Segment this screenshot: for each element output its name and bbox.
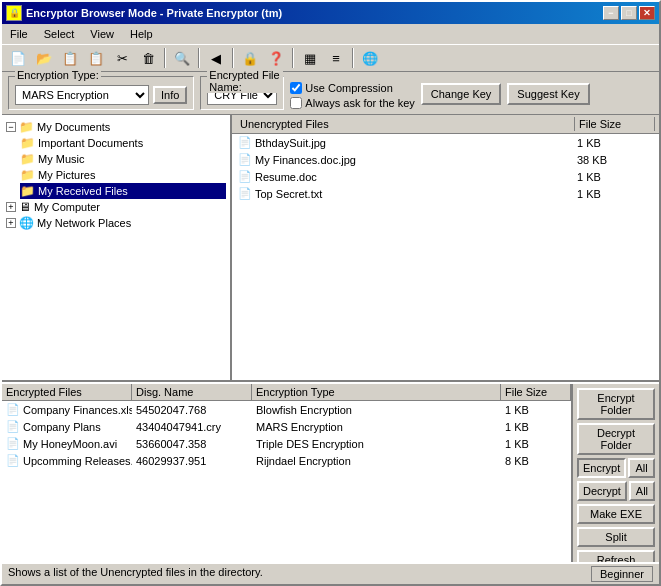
toolbar-search-button[interactable]: 🔍 (170, 47, 194, 69)
menu-view[interactable]: View (86, 26, 118, 42)
folder-icon-my-pictures: 📁 (20, 168, 35, 182)
use-compression-row: Use Compression (290, 82, 414, 94)
toolbar-delete-button[interactable]: 🗑 (136, 47, 160, 69)
enc-row-1[interactable]: 📄 Company Plans 43404047941.cry MARS Enc… (2, 418, 571, 435)
use-compression-checkbox[interactable] (290, 82, 302, 94)
my-documents-children: 📁 Important Documents 📁 My Music 📁 My Pi… (20, 135, 226, 199)
menu-select[interactable]: Select (40, 26, 79, 42)
decrypt-folder-button[interactable]: Decrypt Folder (577, 423, 655, 455)
expand-my-documents[interactable]: − (6, 122, 16, 132)
toolbar-encrypt-button[interactable]: 🔒 (238, 47, 262, 69)
file-row-3[interactable]: 📄 Top Secret.txt 1 KB (232, 185, 659, 202)
encrypt-all-button[interactable]: All (628, 458, 655, 478)
enc-col-type: Encryption Type (252, 384, 501, 400)
status-level: Beginner (591, 566, 653, 582)
tree-item-network[interactable]: + 🌐 My Network Places (6, 215, 226, 231)
file-name-group: Encrypted File Name: CRY File (200, 76, 284, 110)
enc-type-2: Triple DES Encryption (252, 435, 501, 452)
enc-type-0: Blowfish Encryption (252, 401, 501, 418)
toolbar-new-button[interactable]: 📄 (6, 47, 30, 69)
folder-icon-my-computer: 🖥 (19, 200, 31, 214)
tree-item-my-documents[interactable]: − 📁 My Documents (6, 119, 226, 135)
decrypt-all-button[interactable]: All (629, 481, 655, 501)
maximize-button[interactable]: □ (621, 6, 637, 20)
file-size-3: 1 KB (575, 186, 655, 201)
tree-item-my-computer[interactable]: + 🖥 My Computer (6, 199, 226, 215)
encrypted-header: Encrypted Files Disg. Name Encryption Ty… (2, 384, 571, 401)
window-controls: − □ ✕ (603, 6, 655, 20)
split-button[interactable]: Split (577, 527, 655, 547)
minimize-button[interactable]: − (603, 6, 619, 20)
toolbar-copy-button[interactable]: 📋 (58, 47, 82, 69)
enc-row-0[interactable]: 📄 Company Finances.xls 54502047.768 Blow… (2, 401, 571, 418)
decrypt-button[interactable]: Decrypt (577, 481, 627, 501)
refresh-button[interactable]: Refresh (577, 550, 655, 562)
enc-col-disg: Disg. Name (132, 384, 252, 400)
toolbar-browser-button[interactable]: 🌐 (358, 47, 382, 69)
tree-label-my-documents: My Documents (37, 121, 110, 133)
encryption-type-inner: MARS Encryption Blowfish Encryption Trip… (15, 85, 187, 105)
enc-size-0: 1 KB (501, 401, 571, 418)
enc-disg-2: 53660047.358 (132, 435, 252, 452)
toolbar-back-button[interactable]: ◀ (204, 47, 228, 69)
enc-type-1: MARS Encryption (252, 418, 501, 435)
file-icon-1: 📄 (238, 153, 252, 166)
encrypt-folder-button[interactable]: Encrypt Folder (577, 388, 655, 420)
main-window: 🔒 Encryptor Browser Mode - Private Encry… (0, 0, 661, 586)
folder-icon-network: 🌐 (19, 216, 34, 230)
file-name-label: Encrypted File Name: (207, 69, 283, 93)
folder-icon-my-music: 📁 (20, 152, 35, 166)
toolbar-cut-button[interactable]: ✂ (110, 47, 134, 69)
enc-row-2[interactable]: 📄 My HoneyMoon.avi 53660047.358 Triple D… (2, 435, 571, 452)
decrypt-row: Decrypt All (577, 481, 655, 501)
tree-item-my-music[interactable]: 📁 My Music (20, 151, 226, 167)
file-name-3: 📄 Top Secret.txt (236, 186, 575, 201)
unencrypted-files-header: Unencrypted Files (236, 117, 575, 131)
main-area: − 📁 My Documents 📁 Important Documents 📁… (2, 115, 659, 562)
enc-name-1: 📄 Company Plans (2, 418, 132, 435)
tree-item-important-docs[interactable]: 📁 Important Documents (20, 135, 226, 151)
toolbar-separator-3 (232, 48, 234, 68)
enc-size-1: 1 KB (501, 418, 571, 435)
toolbar-open-button[interactable]: 📂 (32, 47, 56, 69)
suggest-key-button[interactable]: Suggest Key (507, 83, 589, 105)
folder-icon-my-documents: 📁 (19, 120, 34, 134)
encryption-type-select[interactable]: MARS Encryption Blowfish Encryption Trip… (15, 85, 149, 105)
toolbar-list-button[interactable]: ≡ (324, 47, 348, 69)
file-size-0: 1 KB (575, 135, 655, 150)
info-button[interactable]: Info (153, 86, 187, 104)
options-bar: Encryption Type: MARS Encryption Blowfis… (2, 72, 659, 115)
toolbar-copy2-button[interactable]: 📋 (84, 47, 108, 69)
always-ask-row: Always ask for the key (290, 97, 414, 109)
tree-label-my-computer: My Computer (34, 201, 100, 213)
expand-my-computer[interactable]: + (6, 202, 16, 212)
encryption-type-group: Encryption Type: MARS Encryption Blowfis… (8, 76, 194, 110)
always-ask-checkbox[interactable] (290, 97, 302, 109)
menu-file[interactable]: File (6, 26, 32, 42)
encrypt-button[interactable]: Encrypt (577, 458, 626, 478)
encryption-type-label: Encryption Type: (15, 69, 101, 81)
change-key-button[interactable]: Change Key (421, 83, 502, 105)
file-icon-2: 📄 (238, 170, 252, 183)
toolbar-help-button[interactable]: ❓ (264, 47, 288, 69)
tree-label-network: My Network Places (37, 217, 131, 229)
make-exe-button[interactable]: Make EXE (577, 504, 655, 524)
tree-item-received-files[interactable]: 📁 My Received Files (20, 183, 226, 199)
enc-icon-2: 📄 (6, 437, 20, 450)
file-row-2[interactable]: 📄 Resume.doc 1 KB (232, 168, 659, 185)
enc-size-3: 8 KB (501, 452, 571, 469)
expand-network[interactable]: + (6, 218, 16, 228)
checkboxes-group: Use Compression Always ask for the key (290, 78, 414, 109)
use-compression-label: Use Compression (305, 82, 392, 94)
unencrypted-header: Unencrypted Files File Size (232, 115, 659, 134)
enc-row-3[interactable]: 📄 Upcomming Releases.doc 46029937.951 Ri… (2, 452, 571, 469)
toolbar-separator-1 (164, 48, 166, 68)
status-text: Shows a list of the Unencrypted files in… (8, 566, 591, 582)
file-row-1[interactable]: 📄 My Finances.doc.jpg 38 KB (232, 151, 659, 168)
menu-help[interactable]: Help (126, 26, 157, 42)
tree-item-my-pictures[interactable]: 📁 My Pictures (20, 167, 226, 183)
toolbar-grid-button[interactable]: ▦ (298, 47, 322, 69)
enc-disg-0: 54502047.768 (132, 401, 252, 418)
file-row-0[interactable]: 📄 BthdaySuit.jpg 1 KB (232, 134, 659, 151)
close-button[interactable]: ✕ (639, 6, 655, 20)
